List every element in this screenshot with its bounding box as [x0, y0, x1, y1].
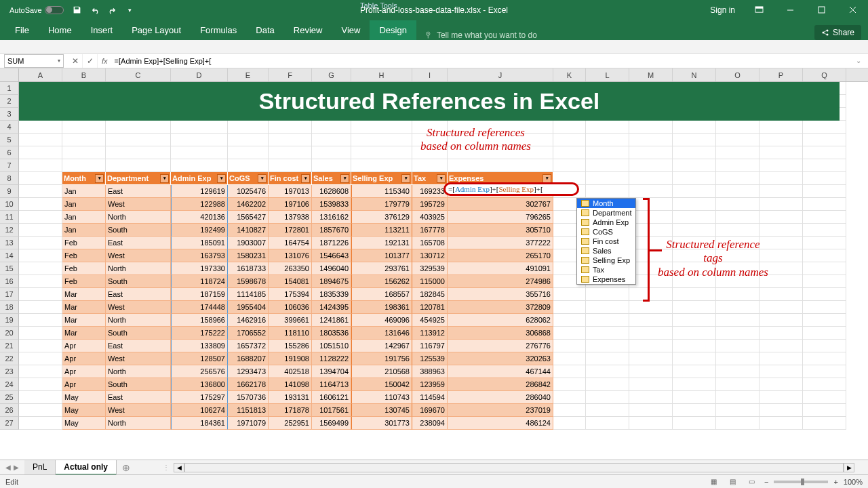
sign-in-link[interactable]: Sign in — [702, 5, 743, 15]
table-cell[interactable]: 142967 — [351, 340, 412, 352]
table-cell[interactable]: 293761 — [351, 262, 412, 275]
cell[interactable] — [19, 159, 62, 172]
autocomplete-item[interactable]: Month — [577, 199, 635, 208]
row-header[interactable]: 27 — [0, 417, 19, 430]
cell[interactable] — [553, 378, 586, 391]
cell[interactable] — [716, 301, 760, 314]
table-cell[interactable]: 1565427 — [228, 211, 269, 224]
filter-dropdown-icon[interactable]: ▾ — [217, 174, 226, 183]
cell[interactable] — [586, 301, 629, 314]
column-header[interactable]: O — [716, 68, 760, 81]
table-cell[interactable]: 491091 — [448, 262, 553, 275]
table-cell[interactable]: 274986 — [448, 275, 553, 288]
cell[interactable] — [716, 134, 760, 146]
cell[interactable] — [586, 159, 629, 172]
row-header[interactable]: 8 — [0, 172, 19, 185]
cell[interactable] — [19, 211, 62, 224]
cell[interactable] — [19, 378, 62, 391]
cell[interactable] — [19, 198, 62, 211]
cell[interactable] — [716, 404, 760, 417]
table-header-tax[interactable]: Tax▾ — [412, 172, 448, 185]
save-icon[interactable] — [69, 2, 85, 18]
table-cell[interactable]: 1539833 — [312, 198, 351, 211]
table-cell[interactable]: 115340 — [351, 185, 412, 198]
cell[interactable] — [586, 340, 629, 352]
cell[interactable] — [673, 185, 716, 198]
row-header[interactable]: 11 — [0, 211, 19, 224]
table-cell[interactable]: 1570736 — [228, 391, 269, 404]
sheet-nav-prev-icon[interactable]: ◀ — [5, 464, 11, 471]
cell[interactable] — [673, 211, 716, 224]
cell[interactable] — [586, 352, 629, 365]
table-cell[interactable]: 154081 — [269, 275, 312, 288]
table-cell[interactable]: 123959 — [412, 378, 448, 391]
column-header[interactable]: A — [19, 68, 62, 81]
cell[interactable] — [673, 378, 716, 391]
cell[interactable] — [312, 159, 351, 172]
table-cell[interactable]: 1496040 — [312, 262, 351, 275]
table-cell[interactable]: 1114185 — [228, 288, 269, 301]
row-header[interactable]: 24 — [0, 378, 19, 391]
table-cell[interactable]: 185091 — [171, 237, 228, 249]
cell[interactable] — [553, 340, 586, 352]
table-cell[interactable]: Jan — [62, 185, 106, 198]
table-cell[interactable]: 101377 — [351, 249, 412, 262]
table-cell[interactable]: Mar — [62, 301, 106, 314]
autocomplete-item[interactable]: Admin Exp — [577, 218, 635, 227]
table-cell[interactable]: 1293473 — [228, 365, 269, 378]
table-cell[interactable]: 137938 — [269, 211, 312, 224]
cell[interactable] — [803, 404, 846, 417]
table-cell[interactable]: 1051510 — [312, 340, 351, 352]
cell[interactable] — [553, 327, 586, 340]
cell[interactable] — [269, 146, 312, 159]
cell[interactable] — [19, 275, 62, 288]
table-cell[interactable]: South — [106, 327, 171, 340]
table-header-department[interactable]: Department▾ — [106, 172, 171, 185]
cell[interactable] — [716, 288, 760, 301]
table-cell[interactable]: 175297 — [171, 391, 228, 404]
table-header-admin-exp[interactable]: Admin Exp▾ — [171, 172, 228, 185]
cell[interactable] — [553, 404, 586, 417]
table-cell[interactable]: Jan — [62, 198, 106, 211]
ribbon-tab-view[interactable]: View — [332, 20, 370, 40]
table-cell[interactable]: Apr — [62, 365, 106, 378]
table-cell[interactable]: 286040 — [448, 391, 553, 404]
cell[interactable] — [586, 288, 629, 301]
cell[interactable] — [803, 365, 846, 378]
column-header[interactable]: G — [312, 68, 351, 81]
cell[interactable] — [803, 378, 846, 391]
column-header[interactable]: B — [62, 68, 106, 81]
cell[interactable] — [760, 134, 803, 146]
table-cell[interactable]: 110743 — [351, 391, 412, 404]
table-cell[interactable]: West — [106, 352, 171, 365]
cell[interactable] — [760, 378, 803, 391]
table-cell[interactable]: 156262 — [351, 275, 412, 288]
table-cell[interactable]: 1803536 — [312, 327, 351, 340]
table-cell[interactable]: 198361 — [351, 301, 412, 314]
table-cell[interactable]: 1017561 — [312, 404, 351, 417]
cancel-formula-icon[interactable]: ✕ — [68, 54, 83, 68]
table-cell[interactable]: 1598678 — [228, 275, 269, 288]
cell[interactable] — [716, 211, 760, 224]
autocomplete-item[interactable]: Selling Exp — [577, 256, 635, 265]
row-header[interactable]: 22 — [0, 352, 19, 365]
table-cell[interactable]: 192499 — [171, 224, 228, 237]
cell[interactable] — [553, 391, 586, 404]
cell[interactable] — [803, 417, 846, 430]
row-header[interactable]: 21 — [0, 340, 19, 352]
cell[interactable] — [269, 134, 312, 146]
cell[interactable] — [803, 198, 846, 211]
table-cell[interactable]: 179779 — [351, 198, 412, 211]
cell[interactable] — [586, 391, 629, 404]
cell[interactable] — [673, 314, 716, 327]
column-header[interactable]: E — [228, 68, 269, 81]
cell[interactable] — [673, 301, 716, 314]
cell[interactable] — [351, 121, 412, 134]
table-cell[interactable]: 237019 — [448, 404, 553, 417]
cell[interactable] — [228, 121, 269, 134]
filter-dropdown-icon[interactable]: ▾ — [160, 174, 169, 183]
table-header-fin-cost[interactable]: Fin cost▾ — [269, 172, 312, 185]
table-cell[interactable]: Jan — [62, 224, 106, 237]
table-cell[interactable]: 141098 — [269, 378, 312, 391]
table-cell[interactable]: 1835339 — [312, 288, 351, 301]
